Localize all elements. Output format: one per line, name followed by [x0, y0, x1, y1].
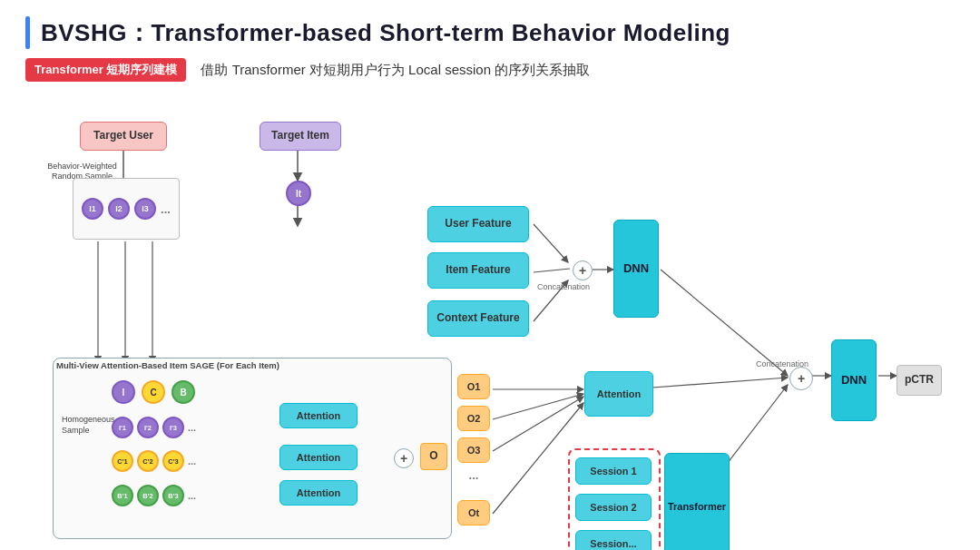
svg-line-5	[534, 224, 568, 262]
page-title: BVSHG：Transformer-based Short-term Behav…	[41, 17, 730, 49]
dots-box: ...	[457, 467, 490, 485]
diagram: Concatenation Concatenation Target User …	[25, 94, 955, 539]
title-accent	[25, 16, 30, 49]
user-feature-box: User Feature	[427, 206, 529, 242]
session2-box: Session 2	[575, 494, 652, 521]
dnn1-box: DNN	[613, 220, 659, 318]
session1-box: Session 1	[575, 457, 652, 485]
subtitle-badge: Transformer 短期序列建模	[25, 58, 186, 82]
i1-circle: I1	[82, 198, 103, 220]
c1p-circle: C'1	[112, 450, 133, 472]
c2p-circle: C'2	[137, 450, 159, 472]
svg-line-12	[493, 397, 583, 451]
target-user-box: Target User	[80, 122, 167, 151]
i-prime-row: I'1 I'2 I'3 ...	[112, 417, 196, 438]
attention2-box: Attention	[279, 445, 358, 470]
subtitle-row: Transformer 短期序列建模 借助 Transformer 对短期用户行…	[25, 58, 955, 82]
o3-box: O3	[457, 437, 490, 463]
i1p-circle: I'1	[112, 417, 133, 438]
i3-circle: I3	[134, 198, 156, 220]
behavior-sample-box: I1 I2 I3 ...	[73, 178, 180, 240]
transformer-box: Transformer	[664, 453, 730, 550]
multiview-label: Multi-View Attention-Based Item SAGE (Fo…	[56, 360, 328, 371]
dots-label: ...	[161, 202, 171, 216]
subtitle-desc: 借助 Transformer 对短期用户行为 Local session 的序列…	[201, 62, 590, 79]
dnn2-box: DNN	[831, 339, 877, 421]
i2p-circle: I'2	[137, 417, 159, 438]
context-feature-box: Context Feature	[427, 300, 529, 337]
svg-line-7	[534, 280, 568, 321]
b2p-circle: B'2	[137, 485, 159, 506]
i2-circle: I2	[108, 198, 130, 220]
ot-box: Ot	[457, 500, 490, 525]
attention-mid-box: Attention	[584, 371, 653, 417]
concat-circle-left: +	[573, 260, 593, 280]
c-prime-row: C'1 C'2 C'3 ...	[112, 450, 196, 472]
i3p-circle: I'3	[162, 417, 184, 438]
session-n-box: Session...	[575, 530, 652, 550]
concat-circle-right: +	[789, 367, 813, 390]
o1-box: O1	[457, 374, 490, 399]
svg-line-6	[534, 269, 570, 272]
b1p-circle: B'1	[112, 485, 133, 506]
b-prime-row: B'1 B'2 B'3 ...	[112, 485, 196, 506]
b3p-circle: B'3	[162, 485, 184, 506]
svg-line-9	[661, 270, 788, 376]
page: BVSHG：Transformer-based Short-term Behav…	[0, 0, 980, 550]
o-box: O	[420, 443, 447, 470]
pctr-box: pCTR	[897, 365, 942, 396]
plus-small: +	[394, 448, 414, 468]
i-type-circle: I	[112, 380, 135, 404]
it-circle: It	[286, 181, 311, 206]
target-item-box: Target Item	[260, 122, 341, 151]
attention3-box: Attention	[279, 480, 358, 506]
title-bar: BVSHG：Transformer-based Short-term Behav…	[25, 16, 955, 49]
multiview-box	[53, 358, 452, 539]
c3p-circle: C'3	[162, 450, 184, 472]
svg-text:Concatenation: Concatenation	[537, 282, 590, 291]
svg-line-11	[493, 394, 583, 419]
o2-box: O2	[457, 406, 490, 431]
attention1-box: Attention	[279, 403, 358, 428]
c-type-circle: C	[142, 380, 165, 404]
item-feature-box: Item Feature	[427, 252, 529, 289]
b-type-circle: B	[172, 380, 195, 404]
